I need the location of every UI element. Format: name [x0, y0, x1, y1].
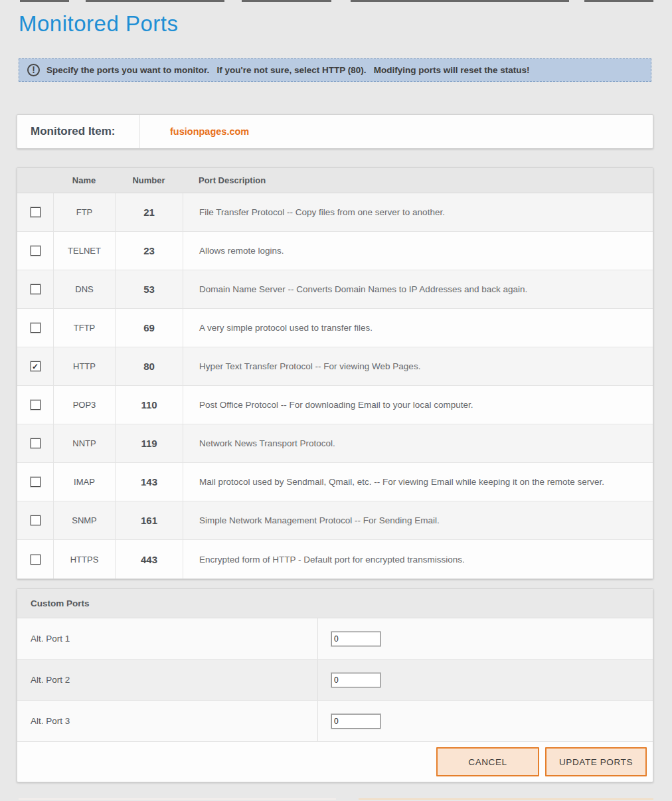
column-header-name: Name — [53, 175, 115, 185]
custom-port-row-2: Alt. Port 2 — [17, 660, 653, 701]
monitored-item-label: Monitored Item: — [17, 115, 140, 148]
custom-ports-panel: Custom Ports Alt. Port 1Alt. Port 2Alt. … — [17, 588, 653, 782]
custom-port-label-3: Alt. Port 3 — [17, 701, 318, 741]
alert-icon: ! — [27, 64, 40, 76]
port-checkbox-cell — [17, 501, 53, 539]
port-description: Simple Network Management Protocol -- Fo… — [183, 501, 653, 539]
port-checkbox-cell — [17, 540, 53, 578]
port-checkbox-cell: ✓ — [17, 347, 53, 385]
custom-port-input-cell — [318, 618, 380, 659]
port-description: Encrypted form of HTTP - Default port fo… — [183, 540, 653, 578]
port-name: HTTP — [53, 347, 115, 385]
port-row-https: HTTPS443Encrypted form of HTTP - Default… — [17, 540, 653, 578]
port-description: Domain Name Server -- Converts Domain Na… — [183, 270, 653, 308]
port-row-nntp: NNTP119Network News Transport Protocol. — [17, 424, 653, 463]
custom-port-row-3: Alt. Port 3 — [17, 701, 653, 742]
ports-table-header: Name Number Port Description — [17, 168, 653, 193]
cancel-button[interactable]: CANCEL — [436, 747, 539, 776]
custom-port-input-cell — [318, 701, 380, 741]
custom-port-label-1: Alt. Port 1 — [17, 618, 318, 659]
port-number: 119 — [115, 424, 183, 462]
column-header-number: Number — [115, 175, 183, 185]
port-number: 443 — [115, 540, 183, 578]
alt-port-1-input[interactable] — [331, 632, 380, 646]
port-checkbox-cell — [17, 232, 53, 270]
port-row-telnet: TELNET23Allows remote logins. — [17, 232, 653, 270]
port-name: TELNET — [53, 232, 115, 270]
update-ports-button[interactable]: UPDATE PORTS — [545, 747, 647, 776]
column-header-description: Port Description — [183, 175, 653, 185]
custom-ports-body: Alt. Port 1Alt. Port 2Alt. Port 3 — [17, 618, 653, 742]
port-checkbox-pop3[interactable] — [31, 400, 41, 410]
custom-ports-title: Custom Ports — [17, 589, 653, 618]
port-description: Allows remote logins. — [183, 232, 653, 270]
port-checkbox-https[interactable] — [31, 555, 41, 565]
port-checkbox-cell — [17, 424, 53, 462]
port-number: 161 — [115, 501, 183, 539]
port-description: Hyper Text Transfer Protocol -- For view… — [183, 347, 653, 385]
below-fold-edge-left — [19, 798, 336, 800]
port-checkbox-cell — [17, 193, 53, 231]
monitored-item-panel: Monitored Item: fusionpages.com — [17, 114, 653, 149]
port-description: A very simple protocol used to transfer … — [183, 309, 653, 347]
custom-port-label-2: Alt. Port 2 — [17, 660, 318, 700]
port-description: Mail protocol used by Sendmail, Qmail, e… — [183, 463, 653, 501]
port-row-tftp: TFTP69A very simple protocol used to tra… — [17, 309, 653, 347]
port-number: 80 — [115, 347, 183, 385]
port-checkbox-cell — [17, 270, 53, 308]
port-checkbox-http[interactable]: ✓ — [31, 361, 41, 371]
alt-port-3-input[interactable] — [331, 714, 380, 729]
actions-bar: CANCEL UPDATE PORTS — [17, 742, 653, 782]
port-number: 69 — [115, 309, 183, 347]
custom-port-row-1: Alt. Port 1 — [17, 618, 653, 660]
ports-table-body: FTP21File Transfer Protocol -- Copy file… — [17, 193, 653, 578]
port-name: SNMP — [53, 501, 115, 539]
port-name: DNS — [53, 270, 115, 308]
port-name: HTTPS — [53, 540, 115, 578]
port-row-pop3: POP3110Post Office Protocol -- For downl… — [17, 386, 653, 424]
info-banner: ! Specify the ports you want to monitor.… — [19, 58, 651, 82]
port-description: Post Office Protocol -- For downloading … — [183, 386, 653, 424]
port-name: TFTP — [53, 309, 115, 347]
page-title: Monitored Ports — [19, 9, 653, 39]
alt-port-2-input[interactable] — [331, 673, 380, 687]
port-name: IMAP — [53, 463, 115, 501]
port-name: FTP — [53, 193, 115, 231]
custom-port-input-cell — [318, 660, 380, 700]
port-description: Network News Transport Protocol. — [183, 424, 653, 462]
port-number: 53 — [115, 270, 183, 308]
port-row-ftp: FTP21File Transfer Protocol -- Copy file… — [17, 193, 653, 232]
port-checkbox-tftp[interactable] — [31, 323, 41, 333]
monitored-ports-page: Monitored Ports ! Specify the ports you … — [17, 0, 653, 782]
port-name: NNTP — [53, 424, 115, 462]
port-checkbox-cell — [17, 386, 53, 424]
port-row-snmp: SNMP161Simple Network Management Protoco… — [17, 501, 653, 540]
port-checkbox-ftp[interactable] — [31, 207, 41, 217]
port-number: 23 — [115, 232, 183, 270]
port-row-dns: DNS53Domain Name Server -- Converts Doma… — [17, 270, 653, 309]
port-checkbox-cell — [17, 309, 53, 347]
port-checkbox-imap[interactable] — [31, 477, 41, 487]
port-row-http: ✓HTTP80Hyper Text Transfer Protocol -- F… — [17, 347, 653, 386]
port-number: 110 — [115, 386, 183, 424]
banner-text: Specify the ports you want to monitor. I… — [46, 65, 530, 75]
port-row-imap: IMAP143Mail protocol used by Sendmail, Q… — [17, 463, 653, 501]
port-number: 21 — [115, 193, 183, 231]
port-checkbox-dns[interactable] — [31, 284, 41, 294]
port-description: File Transfer Protocol -- Copy files fro… — [183, 193, 653, 231]
port-checkbox-nntp[interactable] — [31, 438, 41, 448]
monitored-item-value: fusionpages.com — [140, 115, 249, 148]
port-checkbox-cell — [17, 463, 53, 501]
port-number: 143 — [115, 463, 183, 501]
port-checkbox-telnet[interactable] — [31, 246, 41, 256]
ports-table: Name Number Port Description FTP21File T… — [17, 167, 653, 579]
port-checkbox-snmp[interactable] — [31, 515, 41, 525]
port-name: POP3 — [53, 386, 115, 424]
below-fold-edge-right — [359, 798, 653, 800]
